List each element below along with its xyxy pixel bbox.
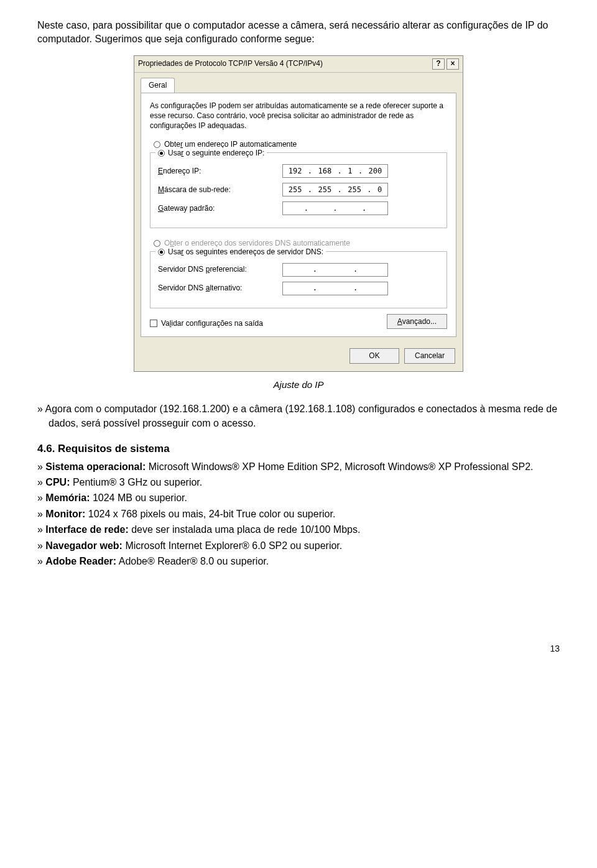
input-dns2[interactable]: . . — [282, 282, 388, 295]
fieldset-use-dns: Usar os seguintes endereços de servidor … — [150, 251, 447, 308]
close-button[interactable]: × — [447, 58, 459, 70]
row-dns1: Servidor DNS preferencial: . . — [158, 263, 439, 277]
radio-use-ip[interactable]: Usar o seguinte endereço IP: — [155, 148, 267, 159]
radio-icon — [154, 141, 160, 148]
label-dns2: Servidor DNS alternativo: — [158, 283, 282, 293]
dialog-title: Propriedades de Protocolo TCP/IP Versão … — [138, 58, 430, 69]
list-item: Interface de rede: deve ser instalada um… — [37, 523, 560, 537]
advanced-button[interactable]: Avançado... — [387, 314, 447, 330]
figure-caption: Ajuste do IP — [37, 378, 560, 391]
help-button[interactable]: ? — [432, 58, 445, 70]
dialog-button-row: OK Cancelar — [134, 343, 463, 371]
ip-octet: 255 — [348, 185, 361, 195]
post-dialog-list: Agora com o computador (192.168.1.200) e… — [37, 402, 560, 430]
section-4-6-heading: 4.6. Requisitos de sistema — [37, 441, 560, 456]
dialog-description: As configurações IP podem ser atribuídas… — [150, 101, 447, 131]
label-dns1: Servidor DNS preferencial: — [158, 264, 282, 275]
tab-geral[interactable]: Geral — [141, 78, 175, 93]
ip-octet: 255 — [318, 185, 331, 195]
page-number: 13 — [37, 643, 560, 655]
label-gateway: Gateway padrão: — [158, 203, 282, 214]
list-item: Navegador web: Microsoft Internet Explor… — [37, 539, 560, 553]
tab-strip: Geral — [134, 73, 463, 93]
ip-octet: 1 — [348, 166, 352, 177]
checkbox-icon — [150, 320, 157, 327]
ok-button[interactable]: OK — [349, 348, 399, 364]
intro-paragraph: Neste caso, para possibilitar que o comp… — [37, 19, 560, 47]
list-item: Monitor: 1024 x 768 pixels ou mais, 24-b… — [37, 507, 560, 521]
list-item: Memória: 1024 MB ou superior. — [37, 491, 560, 505]
input-dns1[interactable]: . . — [282, 263, 388, 277]
row-dns2: Servidor DNS alternativo: . . — [158, 282, 439, 295]
list-item: CPU: Pentium® 3 GHz ou superior. — [37, 476, 560, 489]
dialog-titlebar: Propriedades de Protocolo TCP/IP Versão … — [134, 56, 463, 73]
label-ip: Endereço IP: — [158, 166, 282, 177]
radio-label: Usar os seguintes endereços de servidor … — [168, 247, 323, 257]
requirements-list: Sistema operacional: Microsoft Windows® … — [37, 460, 560, 569]
list-item: Sistema operacional: Microsoft Windows® … — [37, 460, 560, 474]
ip-octet: 0 — [377, 185, 382, 195]
row-ip: Endereço IP: 192. 168. 1. 200 — [158, 164, 439, 178]
fieldset-use-ip: Usar o seguinte endereço IP: Endereço IP… — [150, 152, 447, 228]
ip-octet: 168 — [318, 166, 331, 177]
ip-octet: 192 — [289, 166, 302, 177]
ip-octet: 200 — [369, 166, 382, 177]
list-item: Agora com o computador (192.168.1.200) e… — [37, 402, 560, 430]
row-mask: Máscara de sub-rede: 255. 255. 255. 0 — [158, 183, 439, 196]
cancel-button[interactable]: Cancelar — [404, 348, 455, 364]
radio-use-dns[interactable]: Usar os seguintes endereços de servidor … — [155, 247, 326, 257]
radio-icon — [158, 150, 165, 157]
ip-octet: 255 — [289, 185, 302, 195]
radio-label: Usar o seguinte endereço IP: — [168, 148, 264, 159]
tab-body: As configurações IP podem ser atribuídas… — [141, 93, 456, 338]
tcpip-properties-dialog: Propriedades de Protocolo TCP/IP Versão … — [134, 55, 463, 372]
radio-icon — [158, 249, 165, 256]
checkbox-label: Validar configurações na saída — [161, 318, 263, 329]
row-gateway: Gateway padrão: . . . — [158, 201, 439, 215]
input-mask[interactable]: 255. 255. 255. 0 — [282, 183, 388, 196]
radio-icon — [154, 240, 160, 247]
dialog-container: Propriedades de Protocolo TCP/IP Versão … — [37, 55, 560, 372]
input-ip[interactable]: 192. 168. 1. 200 — [282, 164, 388, 178]
label-mask: Máscara de sub-rede: — [158, 185, 282, 195]
list-item: Adobe Reader: Adobe® Reader® 8.0 ou supe… — [37, 555, 560, 568]
input-gateway[interactable]: . . . — [282, 201, 388, 215]
